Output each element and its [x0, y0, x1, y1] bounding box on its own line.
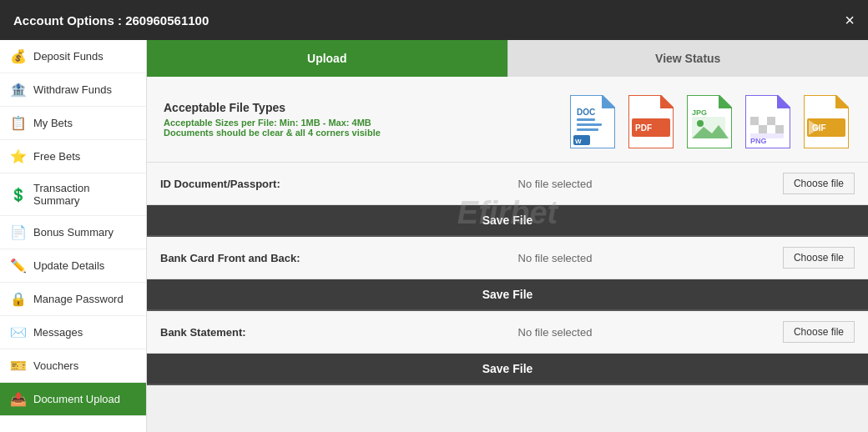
bank-card-no-file: No file selected [327, 252, 783, 264]
doc-file-icon: DOC W [570, 95, 615, 148]
jpg-icon-box: JPG [684, 90, 734, 148]
file-types-section: Acceptable File Types Acceptable Sizes p… [147, 77, 868, 163]
tab-upload[interactable]: Upload [147, 40, 507, 77]
sidebar-item-update-details[interactable]: ✏️Update Details [0, 249, 146, 283]
sidebar-label-deposit: Deposit Funds [33, 50, 103, 63]
messages-icon: ✉️ [10, 324, 27, 340]
gif-file-icon: GIF [804, 95, 849, 148]
sidebar: 💰Deposit Funds🏦Withdraw Funds📋My Bets⭐Fr… [0, 40, 147, 432]
bank-statement-choose-button[interactable]: Choose file [783, 321, 855, 343]
tabs: Upload View Status [147, 40, 868, 77]
svg-rect-24 [775, 117, 784, 125]
file-types-text: Acceptable File Types Acceptable Sizes p… [164, 101, 551, 138]
file-icons: DOC W PDF [568, 90, 851, 148]
sidebar-item-transaction-summary[interactable]: 💲Transaction Summary [0, 173, 146, 216]
gif-icon-box: GIF [801, 90, 851, 148]
sidebar-item-bonus-summary[interactable]: 📄Bonus Summary [0, 216, 146, 249]
id-document-row: ID Document/Passport: No file selected C… [147, 163, 868, 205]
layout: 💰Deposit Funds🏦Withdraw Funds📋My Bets⭐Fr… [0, 40, 868, 432]
vouchers-icon: 🎫 [10, 358, 27, 374]
close-button[interactable]: × [845, 12, 855, 28]
bank-card-save-bar[interactable]: Save File [147, 279, 868, 311]
sidebar-label-document-upload: Document Upload [33, 393, 120, 405]
pdf-icon-box: PDF [626, 90, 676, 148]
svg-rect-28 [775, 125, 784, 133]
bank-statement-save-bar[interactable]: Save File [147, 354, 868, 385]
bank-statement-row: Bank Statement: No file selected Choose … [147, 311, 868, 354]
corners-info: Documents should be clear & all 4 corner… [164, 128, 551, 138]
png-file-icon: PNG [745, 95, 790, 148]
bonus-summary-icon: 📄 [10, 224, 27, 240]
bank-card-label: Bank Card Front and Back: [160, 252, 327, 264]
transaction-summary-icon: 💲 [10, 187, 27, 203]
svg-rect-23 [767, 117, 775, 125]
my-bets-icon: 📋 [10, 115, 27, 131]
svg-rect-25 [750, 125, 759, 133]
svg-text:W: W [575, 138, 582, 145]
sidebar-label-transaction-summary: Transaction Summary [33, 182, 136, 207]
withdraw-icon: 🏦 [10, 82, 27, 98]
sidebar-item-document-upload[interactable]: 📤Document Upload [0, 383, 146, 416]
sidebar-label-bonus-summary: Bonus Summary [33, 226, 114, 239]
sidebar-label-update-details: Update Details [33, 259, 104, 272]
pdf-file-icon: PDF [628, 95, 674, 148]
sidebar-item-vouchers[interactable]: 🎫Vouchers [0, 349, 146, 383]
svg-point-15 [697, 120, 704, 127]
jpg-file-icon: JPG [687, 95, 732, 148]
bank-card-row: Bank Card Front and Back: No file select… [147, 237, 868, 279]
sidebar-item-free-bets[interactable]: ⭐Free Bets [0, 140, 146, 173]
sidebar-item-my-bets[interactable]: 📋My Bets [0, 107, 146, 140]
id-document-no-file: No file selected [327, 178, 783, 190]
png-icon-box: PNG [743, 90, 793, 148]
sidebar-item-messages[interactable]: ✉️Messages [0, 316, 146, 349]
manage-password-icon: 🔒 [10, 291, 27, 307]
sidebar-label-free-bets: Free Bets [33, 150, 80, 163]
bank-statement-no-file: No file selected [327, 326, 783, 339]
svg-text:PNG: PNG [750, 137, 767, 145]
svg-rect-3 [577, 123, 602, 126]
size-info: Acceptable Sizes per File: Min: 1MB - Ma… [164, 118, 551, 128]
file-types-heading: Acceptable File Types [164, 101, 551, 114]
sidebar-label-messages: Messages [33, 326, 83, 339]
update-details-icon: ✏️ [10, 258, 27, 274]
id-document-save-bar[interactable]: Save File [147, 205, 868, 237]
bank-card-choose-button[interactable]: Choose file [783, 247, 855, 269]
document-upload-icon: 📤 [10, 391, 27, 407]
svg-text:DOC: DOC [577, 108, 595, 117]
sidebar-label-withdraw: Withdraw Funds [33, 83, 112, 96]
svg-rect-2 [577, 118, 595, 121]
deposit-icon: 💰 [10, 48, 27, 64]
header-title: Account Options : 260960561100 [13, 13, 209, 28]
svg-text:PDF: PDF [635, 123, 652, 133]
sidebar-item-manage-password[interactable]: 🔒Manage Password [0, 283, 146, 316]
id-document-label: ID Document/Passport: [160, 178, 327, 190]
sidebar-label-my-bets: My Bets [33, 117, 73, 129]
svg-text:JPG: JPG [692, 108, 707, 117]
doc-icon-box: DOC W [568, 90, 618, 148]
svg-rect-26 [759, 125, 767, 133]
svg-rect-4 [577, 128, 598, 131]
free-bets-icon: ⭐ [10, 148, 27, 164]
svg-rect-21 [750, 117, 759, 125]
sidebar-item-deposit[interactable]: 💰Deposit Funds [0, 40, 146, 73]
svg-rect-27 [767, 125, 775, 133]
main-content: Upload View Status Acceptable File Types… [147, 40, 868, 432]
bank-statement-label: Bank Statement: [160, 326, 327, 339]
sidebar-label-manage-password: Manage Password [33, 293, 124, 305]
main-inner: Upload View Status Acceptable File Types… [147, 40, 868, 385]
svg-rect-22 [759, 117, 767, 125]
upload-section: ID Document/Passport: No file selected C… [147, 163, 868, 385]
id-document-choose-button[interactable]: Choose file [783, 173, 855, 194]
sidebar-item-withdraw[interactable]: 🏦Withdraw Funds [0, 73, 146, 107]
header: Account Options : 260960561100 × [0, 0, 868, 40]
tab-view-status[interactable]: View Status [507, 40, 869, 77]
sidebar-label-vouchers: Vouchers [33, 359, 78, 372]
